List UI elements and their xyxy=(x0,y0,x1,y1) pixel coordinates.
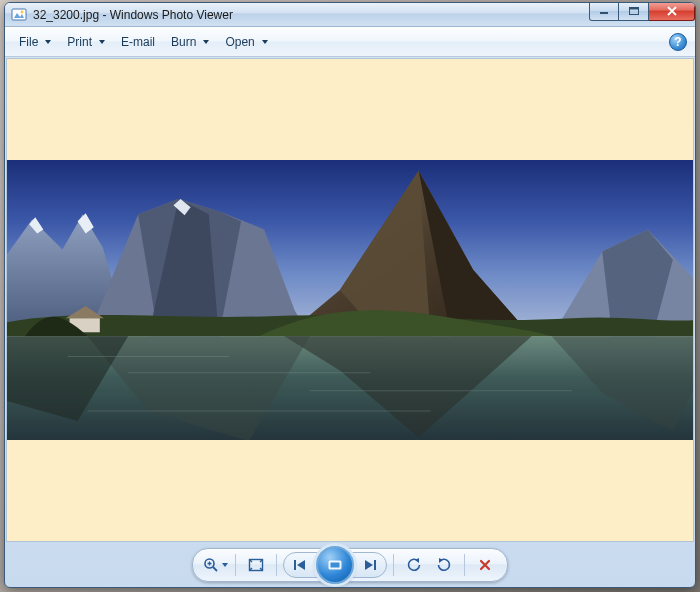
slideshow-button[interactable] xyxy=(316,546,354,584)
separator xyxy=(276,554,277,576)
chevron-down-icon xyxy=(262,40,268,44)
chevron-down-icon xyxy=(99,40,105,44)
help-button[interactable]: ? xyxy=(669,33,687,51)
zoom-button[interactable] xyxy=(201,553,229,577)
window-controls xyxy=(589,2,695,21)
chevron-down-icon xyxy=(203,40,209,44)
bottom-toolbar xyxy=(5,543,695,587)
help-icon: ? xyxy=(674,35,681,49)
svg-marker-19 xyxy=(297,560,305,570)
window-title: 32_3200.jpg - Windows Photo Viewer xyxy=(33,8,233,22)
rotate-cw-icon xyxy=(436,557,452,573)
app-name: Windows Photo Viewer xyxy=(110,8,233,22)
delete-icon xyxy=(478,558,492,572)
svg-point-2 xyxy=(21,10,24,13)
separator xyxy=(393,554,394,576)
rotate-ccw-button[interactable] xyxy=(400,553,428,577)
menu-email[interactable]: E-mail xyxy=(113,32,163,52)
chevron-down-icon xyxy=(222,563,228,567)
image-viewport[interactable] xyxy=(6,58,694,542)
rotate-ccw-icon xyxy=(406,557,422,573)
svg-rect-5 xyxy=(629,8,638,10)
app-icon xyxy=(11,7,27,23)
next-button[interactable] xyxy=(356,554,384,576)
separator xyxy=(235,554,236,576)
displayed-image xyxy=(7,160,693,440)
titlebar[interactable]: 32_3200.jpg - Windows Photo Viewer xyxy=(5,3,695,27)
fit-icon xyxy=(248,558,264,572)
maximize-icon xyxy=(629,7,639,15)
chevron-down-icon xyxy=(45,40,51,44)
svg-rect-18 xyxy=(294,560,296,570)
svg-rect-3 xyxy=(600,12,608,14)
previous-icon xyxy=(293,559,307,571)
fit-window-button[interactable] xyxy=(242,553,270,577)
magnifier-icon xyxy=(203,557,219,573)
menu-burn[interactable]: Burn xyxy=(163,32,217,52)
svg-rect-0 xyxy=(12,9,26,20)
controls-strip xyxy=(192,548,508,582)
close-button[interactable] xyxy=(649,2,695,21)
close-icon xyxy=(666,6,678,16)
rotate-cw-button[interactable] xyxy=(430,553,458,577)
slideshow-icon xyxy=(326,558,344,572)
svg-rect-22 xyxy=(374,560,376,570)
svg-marker-23 xyxy=(365,560,373,570)
separator xyxy=(464,554,465,576)
menu-file[interactable]: File xyxy=(11,32,59,52)
navigation-group xyxy=(283,552,387,578)
previous-button[interactable] xyxy=(286,554,314,576)
filename: 32_3200.jpg xyxy=(33,8,99,22)
next-icon xyxy=(363,559,377,571)
app-window: 32_3200.jpg - Windows Photo Viewer File … xyxy=(4,2,696,588)
minimize-icon xyxy=(599,7,609,15)
maximize-button[interactable] xyxy=(619,2,649,21)
svg-line-14 xyxy=(213,567,217,571)
minimize-button[interactable] xyxy=(589,2,619,21)
menu-print[interactable]: Print xyxy=(59,32,113,52)
menubar: File Print E-mail Burn Open ? xyxy=(5,27,695,57)
menu-open[interactable]: Open xyxy=(217,32,275,52)
delete-button[interactable] xyxy=(471,553,499,577)
svg-rect-21 xyxy=(331,563,340,568)
